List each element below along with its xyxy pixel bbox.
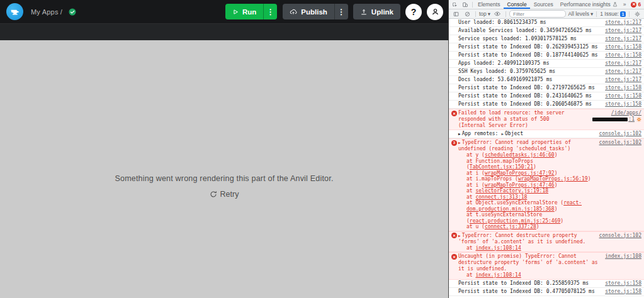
console-message: Service specs loaded: 1.093017578125 ms: [458, 36, 600, 42]
clear-console-icon[interactable]: [463, 9, 472, 18]
stack-source-link[interactable]: selectorFactory.js:19:18: [475, 188, 548, 194]
help-label: ?: [411, 7, 417, 17]
help-button[interactable]: ?: [405, 4, 422, 20]
expand-triangle-icon[interactable]: ▶: [458, 131, 461, 137]
source-link[interactable]: store.js:158: [605, 101, 641, 107]
expand-triangle-icon[interactable]: ▶: [458, 232, 461, 238]
object-preview[interactable]: Object: [505, 131, 523, 136]
stack-source-link[interactable]: TabContent.jsx:150:21: [470, 164, 533, 170]
device-toolbar-icon[interactable]: [460, 0, 470, 9]
play-icon: [232, 9, 239, 15]
run-button[interactable]: Run ⋮: [225, 4, 277, 19]
issues-icon: 1: [620, 11, 626, 17]
source-link[interactable]: store.js:217: [605, 36, 641, 41]
log-levels-dropdown[interactable]: All levels ▾: [568, 11, 593, 17]
console-row-icon-column: [451, 280, 458, 281]
anvil-icon: [9, 6, 20, 17]
issues-link[interactable]: 1 Issue: 1: [600, 11, 626, 17]
source-column: store.js:217: [605, 77, 641, 83]
console-sidebar-icon[interactable]: [451, 9, 461, 18]
expand-triangle-icon[interactable]: ▶: [458, 140, 461, 146]
source-column: console.js:102: [599, 140, 641, 146]
run-menu-button[interactable]: ⋮: [263, 4, 277, 19]
run-label: Run: [242, 8, 256, 16]
source-link[interactable]: store.js:217: [605, 28, 641, 33]
source-link[interactable]: store.js:158: [605, 93, 641, 99]
source-link[interactable]: store.js:217: [605, 19, 641, 25]
source-link[interactable]: store.js:217: [605, 77, 641, 82]
log-text: Available Services loaded: 0.34594726562…: [458, 28, 592, 33]
source-link[interactable]: store.js:158: [605, 52, 641, 58]
console-row-icon-column: [451, 69, 458, 69]
source-link[interactable]: store.js:158: [605, 44, 641, 50]
source-link[interactable]: store.js:158: [605, 289, 641, 294]
anvil-logo[interactable]: [6, 3, 23, 20]
stack-source-link[interactable]: index.js:108:14: [475, 272, 521, 278]
tab-console[interactable]: Console: [504, 0, 529, 9]
console-message: Persist state to Indexed DB: 0.262939453…: [458, 44, 600, 50]
console-row: Persist state to Indexed DB: 0.255859375…: [449, 280, 644, 288]
console-message: Persist state to Indexed DB: 0.206054687…: [458, 101, 600, 108]
breadcrumb[interactable]: My Apps /: [31, 8, 62, 16]
divider: [475, 11, 476, 17]
tab-elements[interactable]: Elements: [475, 0, 503, 9]
source-link[interactable]: store.js:158: [605, 85, 641, 91]
source-link[interactable]: console.js:102: [599, 131, 641, 136]
source-link[interactable]: store.js:217: [605, 60, 641, 66]
error-icon: ✕: [631, 2, 636, 8]
chevron-down-icon: ▾: [590, 11, 593, 17]
error-icon: ✕: [451, 254, 457, 260]
tab-sources[interactable]: Sources: [531, 0, 556, 9]
warning-gear-icon[interactable]: [636, 117, 641, 122]
console-row: User loaded: 0.80615234375 msstore.js:21…: [449, 19, 644, 27]
stack-source-link[interactable]: scheduledtasks.js:46:60: [485, 152, 555, 158]
source-link[interactable]: /ide/apps/: [611, 110, 641, 116]
retry-button[interactable]: Retry: [210, 190, 239, 199]
error-count-badge[interactable]: ✕ 6: [629, 1, 643, 8]
source-link[interactable]: store.js:217: [605, 69, 641, 74]
stack-source-link[interactable]: connect.js:313:18: [475, 194, 527, 200]
execution-context-selector[interactable]: top ▾: [479, 11, 490, 17]
source-column: /ide/apps/:1: [575, 110, 641, 123]
log-text: Failed to load resource: the server resp…: [458, 110, 565, 128]
stack-source-link[interactable]: wrapMapToProps.js:56:19: [518, 176, 588, 182]
stack-source-link[interactable]: wrapMapToProps.js:47:46: [485, 182, 555, 188]
publish-menu-button[interactable]: ⋮: [334, 4, 348, 19]
source-link[interactable]: index.js:108: [605, 253, 641, 259]
console-row-icon-column: ✕: [451, 110, 458, 116]
live-expression-eye-icon[interactable]: [492, 9, 502, 18]
console-message: SSH Keys loaded: 0.3759765625 ms: [458, 69, 600, 75]
log-text: SSH Keys loaded: 0.3759765625 ms: [458, 69, 555, 74]
source-link[interactable]: :1: [628, 116, 635, 122]
console-prompt[interactable]: >: [449, 296, 644, 298]
console-row: Persist state to Indexed DB: 0.477050781…: [449, 288, 644, 296]
tab-performance-insights[interactable]: Performance insights: [557, 0, 621, 9]
source-column: store.js:217: [605, 69, 641, 75]
error-count-badge[interactable]: 3: [451, 140, 457, 146]
console-message-line: User loaded: 0.80615234375 ms: [458, 19, 600, 26]
publish-button[interactable]: Publish ⋮: [283, 4, 348, 19]
stack-source-link[interactable]: wrapMapToProps.js:47:92: [485, 170, 555, 176]
uplink-button[interactable]: Uplink: [353, 4, 400, 19]
account-button[interactable]: [427, 4, 443, 20]
source-column: store.js:158: [605, 101, 641, 108]
stack-source-link[interactable]: index.js:108:14: [475, 245, 521, 251]
expand-triangle-icon[interactable]: ▶: [501, 131, 504, 136]
more-tabs-button[interactable]: »: [621, 0, 628, 9]
console-filter-input[interactable]: [509, 10, 566, 18]
inspect-element-icon[interactable]: [450, 0, 460, 9]
source-link[interactable]: console.js:102: [599, 233, 641, 238]
console-message-line: Persist state to Indexed DB: 0.271972656…: [458, 85, 600, 91]
log-text: Docs loaded: 53.649169921875 ms: [458, 77, 552, 82]
stack-source-link[interactable]: react.production.min.js:25:469: [470, 218, 561, 224]
console-row: Available Services loaded: 0.34594726562…: [449, 27, 644, 35]
source-link[interactable]: console.js:102: [599, 140, 641, 145]
stack-text: ): [555, 170, 558, 176]
console-message: Docs loaded: 53.649169921875 ms: [458, 77, 600, 83]
context-label: top: [479, 11, 487, 17]
source-link[interactable]: store.js:158: [605, 280, 641, 286]
console-settings-gear-icon[interactable]: [633, 9, 642, 18]
stack-source-link[interactable]: connect.js:337:28: [485, 224, 536, 229]
error-icon: ✕: [451, 233, 457, 238]
console-message-line: Persist state to Indexed DB: 0.255859375…: [458, 280, 600, 287]
